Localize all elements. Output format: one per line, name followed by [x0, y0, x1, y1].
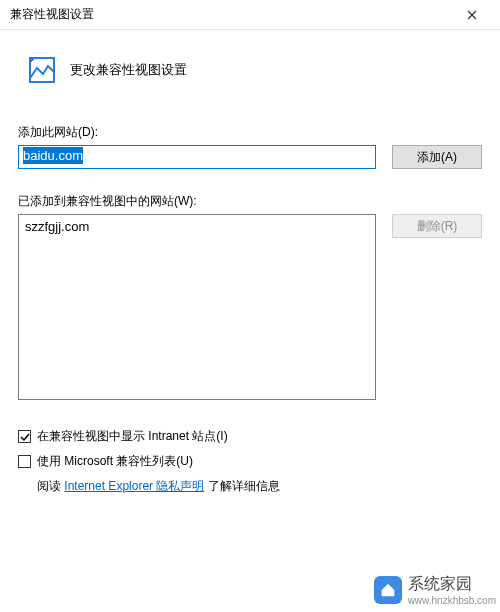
compat-view-icon — [28, 56, 56, 84]
add-website-label: 添加此网站(D): — [18, 124, 482, 141]
window-title: 兼容性视图设置 — [10, 6, 94, 23]
intranet-checkbox-label: 在兼容性视图中显示 Intranet 站点(I) — [37, 428, 228, 445]
added-sites-listbox[interactable]: szzfgjj.com — [18, 214, 376, 400]
privacy-link-row: 阅读 Internet Explorer 隐私声明 了解详细信息 — [37, 478, 482, 495]
intranet-checkbox[interactable] — [18, 430, 31, 443]
remove-button: 删除(R) — [392, 214, 482, 238]
input-selection: baidu.com — [23, 147, 83, 164]
mslist-checkbox-label: 使用 Microsoft 兼容性列表(U) — [37, 453, 193, 470]
watermark: 系统家园 www.hnzkhbsb.com — [374, 574, 496, 606]
watermark-text: 系统家园 — [408, 574, 496, 595]
watermark-badge-icon — [374, 576, 402, 604]
close-icon — [467, 10, 477, 20]
link-prefix: 阅读 — [37, 479, 64, 493]
watermark-sub: www.hnzkhbsb.com — [408, 595, 496, 606]
mslist-checkbox[interactable] — [18, 455, 31, 468]
list-item[interactable]: szzfgjj.com — [25, 217, 369, 237]
check-icon — [20, 432, 30, 442]
added-sites-label: 已添加到兼容性视图中的网站(W): — [18, 193, 482, 210]
header-row: 更改兼容性视图设置 — [28, 56, 482, 84]
svg-rect-0 — [30, 58, 54, 82]
add-button[interactable]: 添加(A) — [392, 145, 482, 169]
close-button[interactable] — [452, 1, 492, 29]
dialog-content: 更改兼容性视图设置 添加此网站(D): baidu.com 添加(A) 已添加到… — [0, 30, 500, 495]
titlebar: 兼容性视图设置 — [0, 0, 500, 30]
link-suffix: 了解详细信息 — [204, 479, 279, 493]
add-website-input[interactable]: baidu.com — [18, 145, 376, 169]
header-title: 更改兼容性视图设置 — [70, 61, 187, 79]
privacy-link[interactable]: Internet Explorer 隐私声明 — [64, 479, 204, 493]
